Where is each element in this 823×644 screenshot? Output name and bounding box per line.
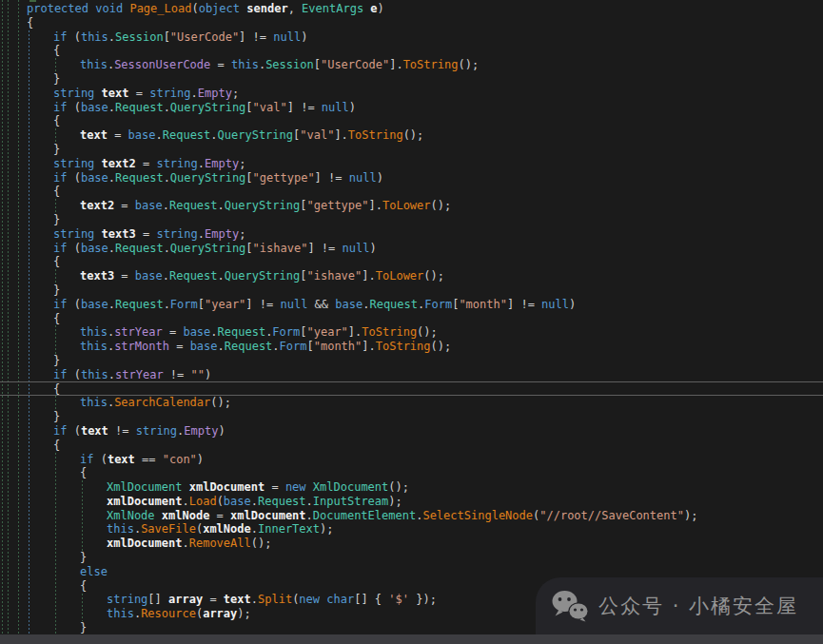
code-token: ); [320,522,333,536]
code-token: } [53,72,60,86]
code-line[interactable]: if (text != string.Empty) [0,424,823,439]
code-token: null [541,298,569,311]
code-token: = [114,269,135,283]
code-token: ) [378,2,384,15]
code-token: . [163,269,169,283]
code-token: . [251,522,258,536]
code-line[interactable]: if (base.Request.QueryString["gettype"] … [0,171,823,185]
code-token: "year" [307,325,348,339]
code-token: ]. [389,58,402,71]
code-line[interactable]: string text3 = string.Empty; [0,227,823,242]
code-token: . [108,30,115,44]
code-token: (); [251,537,272,550]
code-line[interactable]: } [0,283,823,298]
code-token: if [53,30,67,44]
code-token: SessonUserCode [114,58,210,71]
bottom-scrollbar[interactable] [0,634,823,644]
code-token: . [306,495,313,508]
code-token: sender [246,2,287,15]
code-line[interactable]: } [0,354,823,368]
code-token: (); [210,396,231,409]
code-line[interactable]: } [0,213,823,227]
code-line[interactable]: string text = string.Empty; [0,87,823,101]
code-line[interactable]: { [0,185,823,199]
code-line[interactable]: string text2 = string.Empty; [0,157,823,171]
code-token: ( [67,242,80,255]
code-line[interactable]: this.strMonth = base.Request.Form["month… [0,340,823,354]
code-editor[interactable]: protected void Page_Load(object sender, … [0,0,823,644]
code-line[interactable]: if (base.Request.QueryString["val"] != n… [0,101,823,115]
code-token: [ [300,325,306,339]
code-token: ( [93,453,107,466]
code-line[interactable]: xmlDocument.Load(base.Request.InputStrea… [0,495,823,509]
code-line[interactable]: { [0,382,823,397]
code-token: } [53,283,60,297]
code-token: QueryString [170,171,245,185]
code-line[interactable]: text = base.Request.QueryString["val"].T… [0,128,823,143]
code-token: . [164,298,170,311]
code-line[interactable]: this.SearchCalendar(); [0,396,823,410]
code-line[interactable]: text2 = base.Request.QueryString["gettyp… [0,199,823,213]
code-token: ToString [362,325,417,339]
code-token: base [135,199,163,212]
code-line[interactable]: if (this.Session["UserCode"] != null) [0,30,823,45]
code-token: [ [245,171,252,185]
code-token: char [326,593,354,606]
code-token: "gettype" [253,171,315,185]
code-token: ] != [307,242,342,255]
code-line[interactable]: { [0,466,823,480]
code-line[interactable]: xmlDocument.RemoveAll(); [0,537,823,551]
code-line[interactable]: } [0,143,823,157]
wechat-icon [551,590,589,622]
code-line[interactable]: this.SaveFile(xmlNode.InnerText); [0,522,823,537]
code-line[interactable]: { [0,439,823,453]
code-token: Request [115,242,164,255]
code-line[interactable]: if (text == "con") [0,453,823,467]
code-token: RemoveAll [189,537,251,550]
code-token: (); [458,58,479,71]
code-token: ( [217,495,224,508]
code-line[interactable]: { [0,114,823,128]
code-line[interactable]: text3 = base.Request.QueryString["ishave… [0,269,823,283]
code-token: "val" [300,128,334,142]
code-token: "month" [459,298,507,311]
code-token: text [108,453,135,466]
code-token: null [322,101,349,114]
code-line[interactable]: this.strYear = base.Request.Form["year"]… [0,325,823,340]
code-token: ]. [362,340,375,353]
code-token: [ [306,340,313,353]
code-token: ) [377,171,383,185]
code-line[interactable]: if (this.strYear != "") [0,368,823,382]
code-line[interactable]: } [0,72,823,87]
code-line[interactable]: XmlNode xmlNode = xmlDocument.DocumentEl… [0,509,823,523]
code-token: = [108,128,128,142]
code-token: if [53,101,67,114]
code-token: (); [431,340,452,353]
code-line[interactable]: this.SessonUserCode = this.Session["User… [0,58,823,72]
code-line[interactable]: { [0,16,823,30]
code-line[interactable]: XmlDocument xmlDocument = new XmlDocumen… [0,480,823,495]
code-line[interactable]: { [0,312,823,326]
code-line[interactable]: } [0,410,823,424]
code-token: SaveFile [141,522,196,536]
code-line[interactable]: if (base.Request.QueryString["ishave"] !… [0,242,823,256]
code-line[interactable]: { [0,44,823,58]
code-token: Form [272,325,300,339]
code-token: . [108,101,115,114]
code-token: this [107,522,134,536]
code-token: base [190,340,218,353]
code-token: strMonth [114,340,169,353]
code-token: QueryString [225,199,300,212]
code-line[interactable]: protected void Page_Load(object sender, … [0,2,823,16]
code-line[interactable]: { [0,255,823,269]
code-token: Request [258,495,306,508]
code-line[interactable]: if (base.Request.Form["year"] != null &&… [0,298,823,312]
code-line[interactable]: } [0,551,823,565]
code-token: Page_Load [129,2,191,15]
code-token: ]. [369,199,382,212]
code-token: { [80,466,87,479]
code-token: } [80,551,87,564]
code-token: array [168,593,203,606]
code-token: "val" [253,101,287,114]
code-token: protected [27,2,88,15]
